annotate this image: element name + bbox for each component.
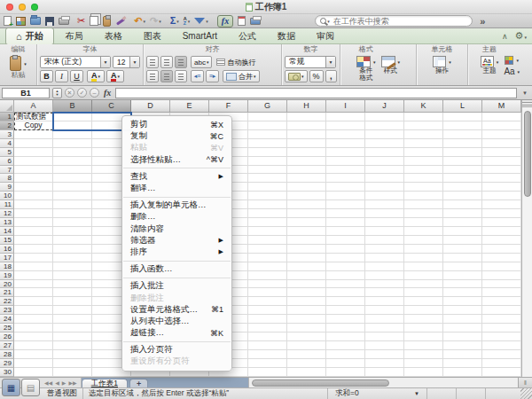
cell-J9[interactable] [365,183,404,192]
menu-item-查找[interactable]: 查找▶ [122,171,231,183]
cell-M13[interactable] [482,218,521,227]
cell-J4[interactable] [365,139,404,148]
cell-A22[interactable] [14,297,53,306]
cell-H7[interactable] [287,166,326,175]
cell-M17[interactable] [482,254,521,262]
cell-I18[interactable] [326,262,365,271]
cell-A20[interactable] [14,280,53,289]
cell-G21[interactable] [248,288,287,297]
ribbon-tab-SmartArt[interactable]: SmartArt [173,27,227,45]
next-sheet-button[interactable]: ▶ [62,379,66,386]
cell-I25[interactable] [326,324,365,332]
cell-I8[interactable] [326,174,365,183]
cell-L9[interactable] [443,183,482,192]
cell-J11[interactable] [365,200,404,209]
cell-J23[interactable] [365,306,404,315]
cell-A10[interactable] [14,192,53,200]
align-right-button[interactable] [175,70,187,82]
cell-B16[interactable] [53,245,92,254]
cell-M15[interactable] [482,236,521,245]
cell-H14[interactable] [287,227,326,236]
cell-L14[interactable] [443,227,482,236]
cell-B7[interactable] [53,166,92,175]
theme-colors-button[interactable]: ▾ [505,56,519,65]
horizontal-scrollbar[interactable] [248,378,518,387]
cell-I5[interactable] [326,148,365,157]
cell-G22[interactable] [248,297,287,306]
cell-I16[interactable] [326,245,365,254]
cell-L20[interactable] [443,280,482,289]
menu-item-从列表中选择[interactable]: 从列表中选择… [122,316,231,327]
cell-H4[interactable] [287,139,326,148]
cell-G27[interactable] [248,341,287,350]
cell-J30[interactable] [365,368,404,377]
cell-K30[interactable] [404,368,443,377]
cell-A29[interactable] [14,359,53,368]
cell-J21[interactable] [365,288,404,297]
cell-I9[interactable] [326,183,365,192]
cell-B9[interactable] [53,183,92,192]
cell-M14[interactable] [482,227,521,236]
row-header-23[interactable]: 23 [0,306,14,315]
row-header-17[interactable]: 17 [0,254,14,262]
cell-A19[interactable] [14,271,53,280]
cut-button[interactable]: ✂ [77,15,85,27]
cell-G14[interactable] [248,227,287,236]
cell-G11[interactable] [248,200,287,209]
row-header-16[interactable]: 16 [0,245,14,254]
cell-H22[interactable] [287,297,326,306]
cell-B11[interactable] [53,200,92,209]
cell-A3[interactable] [14,130,53,139]
cell-M26[interactable] [482,332,521,341]
cell-G18[interactable] [248,262,287,271]
cell-A8[interactable] [14,174,53,183]
cell-M27[interactable] [482,341,521,350]
page-layout-view-button[interactable]: ▤ [21,379,40,396]
cell-A16[interactable] [14,245,53,254]
vertical-scrollbar[interactable] [521,100,532,377]
cell-M12[interactable] [482,209,521,218]
cell-L7[interactable] [443,166,482,175]
row-header-12[interactable]: 12 [0,209,14,218]
cell-B20[interactable] [53,280,92,289]
cell-K6[interactable] [404,157,443,166]
ribbon-tab-公式[interactable]: 公式 [229,27,266,45]
undo-button[interactable]: ↶▾ [134,15,145,27]
cell-I24[interactable] [326,315,365,324]
cell-H27[interactable] [287,341,326,350]
row-header-21[interactable]: 21 [0,288,14,297]
menu-item-超链接[interactable]: 超链接…⌘K [122,327,231,339]
row-header-27[interactable]: 27 [0,341,14,350]
percent-format-button[interactable]: % [309,70,324,82]
cell-I11[interactable] [326,200,365,209]
cell-J27[interactable] [365,341,404,350]
underline-button[interactable]: U [70,70,83,82]
new-workbook-button[interactable] [4,15,12,27]
cell-I3[interactable] [326,130,365,139]
cell-L4[interactable] [443,139,482,148]
align-bottom-button[interactable] [175,56,187,68]
cell-H26[interactable] [287,332,326,341]
cell-J24[interactable] [365,315,404,324]
cell-I6[interactable] [326,157,365,166]
align-left-button[interactable] [146,70,159,82]
cell-H19[interactable] [287,271,326,280]
highlight-color-button[interactable]: A▾ [87,70,105,82]
column-header-L[interactable]: L [443,100,482,113]
menu-item-插入分页符[interactable]: 插入分页符 [122,344,231,356]
cell-A25[interactable] [14,324,53,332]
cell-M23[interactable] [482,306,521,315]
cell-K15[interactable] [404,236,443,245]
menu-item-删除[interactable]: 删除… [122,211,231,223]
cell-K8[interactable] [404,174,443,183]
cell-L23[interactable] [443,306,482,315]
cell-L10[interactable] [443,192,482,200]
last-sheet-button[interactable]: ▶▶ [68,379,76,386]
cell-I30[interactable] [326,368,365,377]
cell-H15[interactable] [287,236,326,245]
cell-I10[interactable] [326,192,365,200]
cell-B14[interactable] [53,227,92,236]
cell-A12[interactable] [14,209,53,218]
column-header-C[interactable]: C [92,100,131,113]
cell-actions-button[interactable]: ▾ 操作 [419,54,465,74]
